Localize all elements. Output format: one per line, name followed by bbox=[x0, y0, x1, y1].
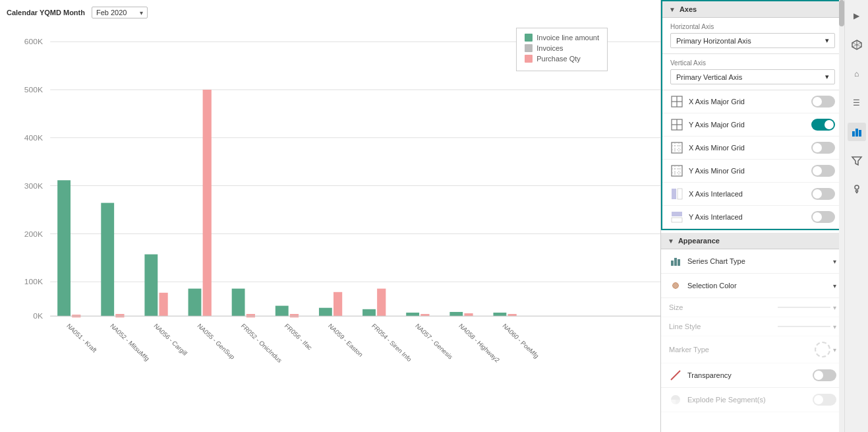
svg-text:400K: 400K bbox=[24, 133, 43, 142]
chart-header: Calendar YQMD Month Feb 2020 ▾ bbox=[7, 7, 660, 18]
vertical-axis-value: Primary Vertical Axis bbox=[676, 73, 742, 81]
legend-color-invoice-amount bbox=[525, 34, 533, 42]
horizontal-axis-value: Primary Horizontal Axis bbox=[676, 37, 751, 45]
line-style-row: Line Style ▾ bbox=[661, 317, 844, 336]
size-label: Size bbox=[669, 303, 683, 311]
funnel-icon[interactable] bbox=[848, 152, 866, 170]
svg-text:NA058 - Highway2: NA058 - Highway2 bbox=[457, 323, 501, 364]
chart-title: Calendar YQMD Month bbox=[7, 9, 85, 16]
explode-pie-icon bbox=[669, 393, 682, 406]
appearance-collapse-icon: ▼ bbox=[668, 237, 674, 245]
y-interlaced-label: Y Axis Interlaced bbox=[689, 213, 743, 221]
vertical-axis-group: Vertical Axis Primary Vertical Axis ▾ bbox=[662, 54, 843, 90]
svg-rect-67 bbox=[672, 218, 682, 222]
svg-rect-68 bbox=[671, 261, 674, 266]
x-interlaced-toggle[interactable] bbox=[811, 188, 835, 200]
svg-text:NA056 - Cargill: NA056 - Cargill bbox=[152, 323, 188, 357]
explode-pie-toggle[interactable] bbox=[813, 394, 836, 406]
cube-icon[interactable] bbox=[848, 36, 866, 54]
x-interlaced-label: X Axis Interlaced bbox=[689, 190, 743, 198]
scrollbar-thumb[interactable] bbox=[839, 0, 844, 26]
svg-rect-34 bbox=[493, 313, 506, 316]
svg-rect-65 bbox=[678, 189, 682, 199]
marker-type-arrow: ▾ bbox=[833, 346, 836, 354]
grid-row-x-minor: X Axis Minor Grid bbox=[662, 137, 843, 160]
legend-color-invoices bbox=[525, 44, 533, 52]
appearance-section-header[interactable]: ▼ Appearance bbox=[661, 233, 844, 249]
chart-area: Calendar YQMD Month Feb 2020 ▾ Invoice l… bbox=[0, 0, 660, 432]
horizontal-axis-arrow: ▾ bbox=[825, 36, 829, 45]
svg-text:300K: 300K bbox=[24, 181, 43, 190]
y-major-grid-label: Y Axis Major Grid bbox=[689, 121, 745, 129]
svg-text:NA059 - Easton: NA059 - Easton bbox=[327, 323, 364, 358]
y-interlaced-icon bbox=[670, 210, 683, 224]
arrow-icon[interactable]: ▶ bbox=[848, 7, 866, 25]
date-picker[interactable]: Feb 2020 ▾ bbox=[92, 7, 148, 18]
legend-item: Purchase Qty bbox=[525, 55, 599, 63]
svg-rect-26 bbox=[319, 308, 332, 316]
svg-rect-29 bbox=[377, 289, 386, 317]
svg-text:FR054 - Siren Info: FR054 - Siren Info bbox=[370, 323, 413, 363]
svg-rect-30 bbox=[406, 313, 419, 316]
svg-text:FR052 - OnicIndus: FR052 - OnicIndus bbox=[239, 323, 283, 364]
marker-type-label: Marker Type bbox=[669, 346, 709, 354]
svg-rect-18 bbox=[144, 255, 158, 317]
x-minor-grid-toggle[interactable] bbox=[811, 142, 835, 154]
x-major-grid-label: X Axis Major Grid bbox=[689, 98, 745, 106]
series-chart-type-arrow[interactable]: ▾ bbox=[833, 258, 836, 265]
x-minor-grid-icon bbox=[670, 141, 683, 154]
svg-text:600K: 600K bbox=[24, 38, 43, 46]
person-icon[interactable] bbox=[848, 181, 866, 199]
appearance-section: ▼ Appearance Series Chart Type ▾ bbox=[661, 233, 844, 412]
panel-layout: ▼ Axes Horizontal Axis Primary Horizonta… bbox=[660, 0, 868, 432]
svg-rect-66 bbox=[672, 212, 682, 216]
vertical-axis-select[interactable]: Primary Vertical Axis ▾ bbox=[670, 69, 835, 84]
properties-panel: ▼ Axes Horizontal Axis Primary Horizonta… bbox=[660, 0, 844, 432]
list-icon[interactable]: ☰ bbox=[848, 94, 866, 112]
horizontal-axis-select[interactable]: Primary Horizontal Axis ▾ bbox=[670, 33, 835, 48]
transparency-toggle[interactable] bbox=[813, 369, 836, 381]
chart-legend: Invoice line amount Invoices Purchase Qt… bbox=[516, 28, 608, 71]
line-style-label: Line Style bbox=[669, 323, 701, 330]
svg-text:NA051 - Kraft: NA051 - Kraft bbox=[65, 323, 99, 354]
legend-item: Invoice line amount bbox=[525, 34, 599, 42]
chart-bar-icon[interactable] bbox=[848, 123, 866, 141]
svg-point-80 bbox=[855, 185, 859, 189]
grid-row-y-interlaced: Y Axis Interlaced bbox=[662, 206, 843, 229]
axes-section-header[interactable]: ▼ Axes bbox=[662, 1, 843, 18]
y-minor-grid-toggle[interactable] bbox=[811, 165, 835, 177]
svg-rect-70 bbox=[678, 259, 680, 266]
vertical-axis-arrow: ▾ bbox=[825, 73, 829, 81]
axes-section: ▼ Axes Horizontal Axis Primary Horizonta… bbox=[661, 0, 844, 230]
date-value: Feb 2020 bbox=[96, 9, 127, 16]
home-icon[interactable]: ⌂ bbox=[848, 65, 866, 83]
svg-text:200K: 200K bbox=[24, 230, 43, 238]
transparency-icon bbox=[669, 369, 682, 382]
scrollbar-track[interactable] bbox=[839, 0, 844, 432]
svg-text:FR056 - Ifac: FR056 - Ifac bbox=[283, 323, 314, 352]
selection-color-row: Selection Color ▾ bbox=[661, 274, 844, 298]
x-interlaced-icon bbox=[670, 187, 683, 201]
legend-label-invoice-amount: Invoice line amount bbox=[536, 34, 599, 42]
appearance-section-title: Appearance bbox=[678, 237, 720, 245]
date-picker-arrow: ▾ bbox=[140, 9, 143, 16]
series-chart-type-icon bbox=[669, 255, 682, 268]
series-chart-type-row: Series Chart Type ▾ bbox=[661, 249, 844, 274]
marker-type-circle bbox=[815, 342, 830, 357]
selection-color-arrow[interactable]: ▾ bbox=[833, 282, 836, 290]
svg-text:NA052 - MitsuMfg: NA052 - MitsuMfg bbox=[109, 323, 151, 362]
svg-rect-78 bbox=[855, 129, 858, 137]
grid-row-x-major: X Axis Major Grid bbox=[662, 90, 843, 113]
svg-text:NA055 - GenSup: NA055 - GenSup bbox=[196, 323, 236, 361]
svg-rect-22 bbox=[232, 289, 245, 317]
explode-pie-label: Explode Pie Segment(s) bbox=[687, 396, 766, 404]
x-major-grid-toggle[interactable] bbox=[811, 96, 835, 108]
svg-rect-33 bbox=[464, 313, 473, 316]
y-interlaced-toggle[interactable] bbox=[811, 211, 835, 223]
y-major-grid-toggle[interactable] bbox=[811, 119, 835, 131]
chart-container: Invoice line amount Invoices Purchase Qt… bbox=[7, 21, 660, 404]
svg-text:100K: 100K bbox=[24, 278, 43, 286]
svg-rect-16 bbox=[101, 203, 114, 317]
grid-row-y-minor: Y Axis Minor Grid bbox=[662, 160, 843, 183]
svg-rect-79 bbox=[859, 130, 861, 137]
